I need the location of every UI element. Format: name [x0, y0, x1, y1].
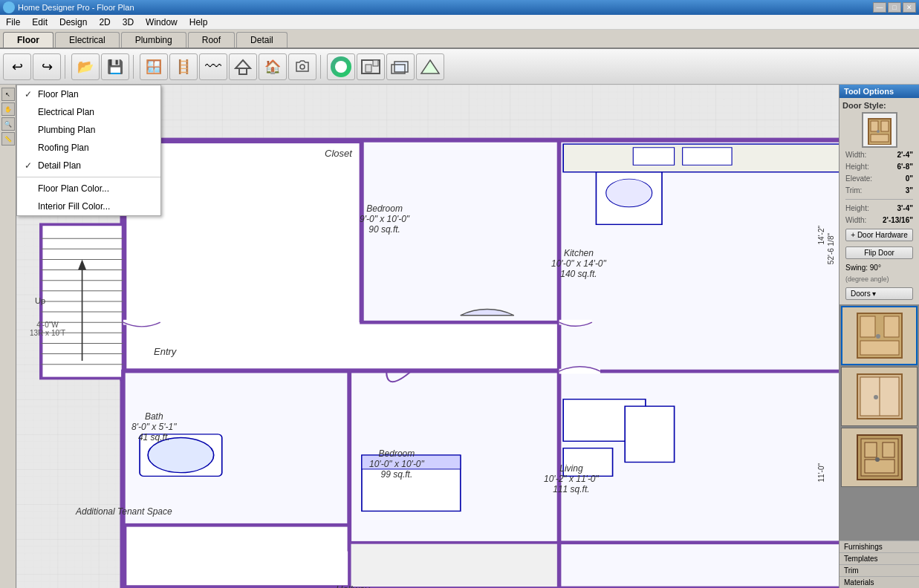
svg-point-35 [148, 438, 214, 473]
svg-rect-66 [871, 134, 889, 142]
svg-rect-55 [625, 406, 674, 462]
main-area: ↖ ✋ 🔍 📏 ◄ [0, 85, 919, 588]
flip-door-button[interactable]: Flip Door [845, 246, 913, 259]
tab-templates[interactable]: Templates [840, 552, 919, 564]
menu-interior-fill-color[interactable]: Interior Fill Color... [17, 197, 160, 215]
svg-rect-38 [349, 543, 559, 588]
svg-rect-15 [362, 140, 559, 322]
menu-floor-plan[interactable]: Floor Plan [17, 85, 160, 103]
close-button[interactable]: ✕ [903, 2, 916, 13]
svg-rect-70 [884, 316, 899, 337]
left-btn-measure[interactable]: 📏 [1, 132, 15, 146]
app-icon [3, 1, 15, 13]
tab-electrical[interactable]: Electrical [55, 32, 120, 48]
svg-point-72 [876, 334, 880, 339]
door-style-label: Door Style: [842, 101, 916, 110]
door-thumbnails [840, 304, 919, 540]
menu-detail-plan[interactable]: Detail Plan [17, 157, 160, 174]
toolbar-stairs[interactable]: 🪜 [169, 53, 198, 80]
svg-rect-57 [362, 455, 461, 469]
toolbar-save[interactable]: 💾 [101, 53, 129, 80]
toolbar-open[interactable]: 📂 [71, 53, 100, 80]
tab-trim[interactable]: Trim [840, 564, 919, 576]
separator-3 [320, 55, 323, 79]
svg-rect-1 [239, 68, 247, 74]
svg-rect-6 [394, 62, 408, 72]
maximize-button[interactable]: □ [888, 2, 901, 13]
menu-plumbing-plan[interactable]: Plumbing Plan [17, 121, 160, 139]
tool-options-header: Tool Options [840, 85, 919, 98]
title-bar-buttons[interactable]: — □ ✕ [873, 2, 916, 13]
swing-note: (degree angle) [842, 275, 916, 284]
toolbar-perspective[interactable] [416, 53, 444, 80]
svg-point-2 [300, 65, 305, 69]
svg-rect-52 [683, 148, 732, 166]
door-hardware-button[interactable]: + Door Hardware [845, 229, 913, 241]
tab-furnishings[interactable]: Furnishings [840, 540, 919, 552]
toolbar-wave[interactable]: 〰 [199, 53, 227, 80]
svg-rect-65 [881, 121, 889, 131]
prop-elevate: Elevate: 0" [842, 174, 916, 183]
svg-rect-69 [860, 316, 875, 337]
svg-rect-5 [373, 60, 378, 66]
prop-height: Height: 6'-8" [842, 162, 916, 172]
menu-help[interactable]: Help [184, 16, 214, 29]
svg-point-49 [606, 179, 652, 207]
canvas-area: Closet Bedroom 9'-0" x 10'-0" 90 sq.ft. … [16, 85, 839, 588]
tab-plumbing[interactable]: Plumbing [121, 32, 186, 48]
separator-1 [65, 55, 68, 79]
menu-roofing-plan[interactable]: Roofing Plan [17, 139, 160, 157]
left-btn-scroll[interactable]: ✋ [1, 102, 15, 116]
menu-window[interactable]: Window [140, 16, 184, 29]
door-thumb-2[interactable] [841, 367, 918, 426]
prop-height2: Height: 3'-4" [842, 203, 916, 213]
svg-rect-81 [865, 460, 894, 473]
doors-dropdown[interactable]: Doors ▾ [845, 287, 913, 300]
left-btn-select[interactable]: ↖ [1, 88, 15, 101]
toolbar: ↩ ↪ 📂 💾 🪟 🪜 〰 🏠 [0, 49, 919, 85]
tab-detail[interactable]: Detail [236, 32, 288, 48]
toolbar-window[interactable]: 🪟 [140, 53, 168, 80]
prop-trim: Trim: 3" [842, 186, 916, 195]
menu-design[interactable]: Design [53, 16, 93, 29]
prop-sep [845, 199, 913, 200]
toolbar-floorplan-view[interactable] [357, 53, 385, 80]
tab-floor[interactable]: Floor [3, 32, 53, 48]
menu-file[interactable]: File [0, 16, 26, 29]
separator-2 [133, 55, 136, 79]
door-style-preview[interactable] [862, 112, 897, 148]
title-bar: Home Designer Pro - Floor Plan — □ ✕ [0, 0, 919, 15]
swing-label: Swing: 90° [842, 263, 916, 272]
toolbar-camera[interactable] [288, 53, 316, 80]
left-btn-zoom[interactable]: 🔍 [1, 117, 15, 131]
svg-rect-80 [883, 442, 894, 457]
svg-rect-64 [871, 121, 878, 131]
menu-3d[interactable]: 3D [117, 16, 140, 29]
menu-bar: File Edit Design 2D 3D Window Help [0, 15, 919, 30]
menu-divider [17, 177, 160, 177]
toolbar-roof-tool[interactable] [229, 53, 257, 80]
tab-materials[interactable]: Materials [840, 576, 919, 588]
toolbar-3d-view[interactable] [386, 53, 415, 80]
menu-edit[interactable]: Edit [26, 16, 53, 29]
minimize-button[interactable]: — [873, 2, 886, 13]
toolbar-undo[interactable]: ↩ [3, 53, 31, 80]
menu-electrical-plan[interactable]: Electrical Plan [17, 103, 160, 121]
toolbar-house[interactable]: 🏠 [259, 53, 287, 80]
svg-marker-0 [236, 60, 250, 68]
toolbar-green-icon[interactable] [327, 53, 355, 80]
toolbar-redo[interactable]: ↪ [33, 53, 61, 80]
menu-2d[interactable]: 2D [93, 16, 116, 29]
bottom-tabs: Furnishings Templates Trim Materials [840, 540, 919, 588]
prop-width2: Width: 2'-13/16" [842, 215, 916, 225]
menu-floor-plan-color[interactable]: Floor Plan Color... [17, 180, 160, 197]
title-bar-text: Home Designer Pro - Floor Plan [18, 3, 873, 12]
tab-roof[interactable]: Roof [188, 32, 235, 48]
prop-width: Width: 2'-4" [842, 150, 916, 160]
svg-rect-4 [366, 65, 371, 72]
door-thumb-3[interactable] [841, 428, 918, 487]
door-style-section: Door Style: Width: 2'-4" Height: 6'-8" [840, 98, 919, 304]
door-thumb-1[interactable] [841, 306, 918, 365]
svg-point-76 [874, 395, 878, 399]
svg-rect-71 [860, 341, 899, 355]
